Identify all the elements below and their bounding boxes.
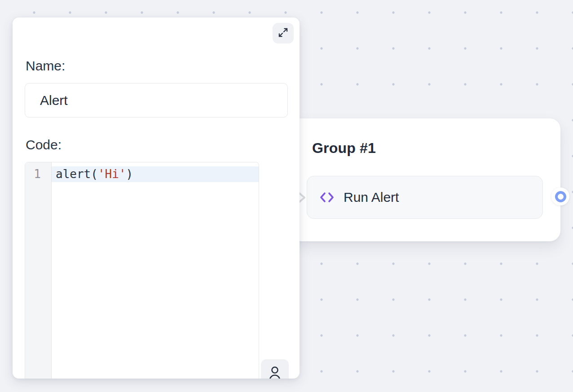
code-line: alert('Hi') [52, 166, 259, 182]
output-handle[interactable] [551, 187, 569, 205]
code-token-default: alert( [56, 167, 98, 181]
code-token-string: 'Hi' [98, 167, 126, 181]
code-token-default: ) [126, 167, 133, 181]
expand-icon [278, 27, 288, 39]
output-handle-dot [555, 191, 566, 202]
editor-gutter: 1 [25, 162, 52, 379]
node-run-alert[interactable]: Run Alert [307, 176, 543, 219]
name-input[interactable] [25, 83, 288, 118]
group-title: Group #1 [312, 140, 376, 157]
line-number: 1 [25, 166, 51, 182]
node-editor-panel: Name: Code: 1 alert('Hi') [13, 17, 300, 379]
group-card[interactable]: Group #1 Run Alert [290, 118, 560, 241]
code-label: Code: [26, 137, 62, 153]
code-icon [320, 192, 334, 203]
node-label: Run Alert [344, 190, 399, 205]
editor-code-area[interactable]: alert('Hi') [52, 162, 259, 379]
expand-button[interactable] [273, 23, 294, 44]
user-button[interactable] [261, 359, 289, 379]
code-editor[interactable]: 1 alert('Hi') [25, 162, 259, 379]
user-icon [268, 365, 282, 379]
name-label: Name: [26, 58, 65, 74]
